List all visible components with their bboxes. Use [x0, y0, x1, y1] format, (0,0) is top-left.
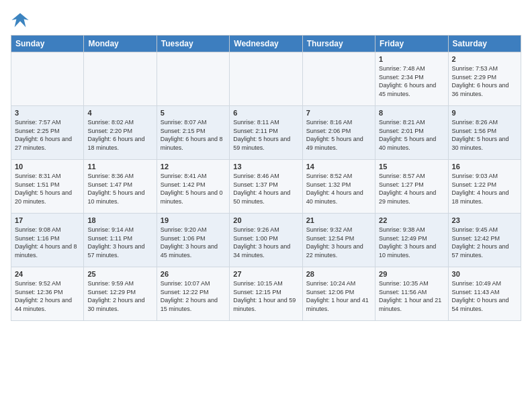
- day-info: Sunrise: 9:38 AM Sunset: 12:49 PM Daylig…: [379, 226, 444, 259]
- day-info: Sunrise: 7:53 AM Sunset: 2:29 PM Dayligh…: [452, 64, 517, 98]
- day-number: 21: [306, 216, 371, 224]
- day-number: 4: [87, 109, 152, 117]
- day-number: 19: [161, 216, 226, 224]
- day-number: 12: [161, 163, 226, 171]
- weekday-header: Monday: [84, 36, 157, 52]
- day-info: Sunrise: 9:26 AM Sunset: 1:00 PM Dayligh…: [233, 226, 298, 259]
- day-number: 25: [87, 270, 152, 278]
- calendar-cell: 18Sunrise: 9:14 AM Sunset: 1:11 PM Dayli…: [84, 214, 157, 267]
- calendar-cell: 6Sunrise: 8:11 AM Sunset: 2:11 PM Daylig…: [230, 106, 302, 160]
- calendar-cell: [157, 52, 229, 106]
- day-number: 22: [379, 216, 444, 224]
- calendar-cell: 26Sunrise: 10:07 AM Sunset: 12:22 PM Day…: [157, 267, 229, 321]
- calendar-cell: 29Sunrise: 10:35 AM Sunset: 11:56 AM Day…: [375, 267, 448, 321]
- day-number: 30: [452, 270, 517, 278]
- day-number: 20: [233, 216, 298, 224]
- day-info: Sunrise: 8:41 AM Sunset: 1:42 PM Dayligh…: [161, 172, 226, 205]
- day-number: 14: [306, 163, 371, 171]
- day-number: 29: [379, 270, 444, 278]
- day-number: 10: [15, 163, 80, 171]
- calendar-cell: 14Sunrise: 8:52 AM Sunset: 1:32 PM Dayli…: [302, 160, 375, 214]
- calendar-cell: 2Sunrise: 7:53 AM Sunset: 2:29 PM Daylig…: [448, 52, 521, 106]
- day-info: Sunrise: 8:52 AM Sunset: 1:32 PM Dayligh…: [306, 172, 371, 205]
- day-number: 18: [87, 216, 152, 224]
- day-info: Sunrise: 9:08 AM Sunset: 1:16 PM Dayligh…: [15, 226, 80, 259]
- svg-marker-0: [11, 13, 28, 28]
- day-number: 13: [233, 163, 298, 171]
- day-info: Sunrise: 10:49 AM Sunset: 11:43 AM Dayli…: [452, 279, 517, 313]
- calendar-cell: 5Sunrise: 8:07 AM Sunset: 2:15 PM Daylig…: [157, 106, 229, 160]
- day-number: 15: [379, 163, 444, 171]
- weekday-header: Thursday: [302, 36, 375, 52]
- day-number: 11: [87, 163, 152, 171]
- day-info: Sunrise: 9:14 AM Sunset: 1:11 PM Dayligh…: [87, 226, 152, 259]
- day-number: 23: [452, 216, 517, 224]
- calendar-cell: 21Sunrise: 9:32 AM Sunset: 12:54 PM Dayl…: [302, 214, 375, 267]
- calendar-cell: [302, 52, 375, 106]
- calendar-table: SundayMondayTuesdayWednesdayThursdayFrid…: [11, 35, 521, 321]
- day-info: Sunrise: 9:03 AM Sunset: 1:22 PM Dayligh…: [452, 172, 517, 205]
- day-info: Sunrise: 8:16 AM Sunset: 2:06 PM Dayligh…: [306, 118, 371, 152]
- calendar-cell: 23Sunrise: 9:45 AM Sunset: 12:42 PM Dayl…: [448, 214, 521, 267]
- day-info: Sunrise: 9:52 AM Sunset: 12:36 PM Daylig…: [15, 279, 80, 313]
- calendar-cell: 22Sunrise: 9:38 AM Sunset: 12:49 PM Dayl…: [375, 214, 448, 267]
- calendar-cell: 1Sunrise: 7:48 AM Sunset: 2:34 PM Daylig…: [375, 52, 448, 106]
- calendar-cell: 25Sunrise: 9:59 AM Sunset: 12:29 PM Dayl…: [84, 267, 157, 321]
- day-info: Sunrise: 10:24 AM Sunset: 12:06 PM Dayli…: [306, 279, 371, 313]
- calendar-cell: 20Sunrise: 9:26 AM Sunset: 1:00 PM Dayli…: [230, 214, 302, 267]
- calendar-cell: 12Sunrise: 8:41 AM Sunset: 1:42 PM Dayli…: [157, 160, 229, 214]
- calendar-cell: 16Sunrise: 9:03 AM Sunset: 1:22 PM Dayli…: [448, 160, 521, 214]
- day-number: 16: [452, 163, 517, 171]
- weekday-header: Saturday: [448, 36, 521, 52]
- day-info: Sunrise: 8:07 AM Sunset: 2:15 PM Dayligh…: [161, 118, 226, 152]
- calendar-cell: [230, 52, 302, 106]
- day-info: Sunrise: 9:45 AM Sunset: 12:42 PM Daylig…: [452, 226, 517, 259]
- day-info: Sunrise: 10:07 AM Sunset: 12:22 PM Dayli…: [161, 279, 226, 313]
- day-info: Sunrise: 8:02 AM Sunset: 2:20 PM Dayligh…: [87, 118, 152, 152]
- day-info: Sunrise: 7:48 AM Sunset: 2:34 PM Dayligh…: [379, 64, 444, 98]
- day-number: 9: [452, 109, 517, 117]
- calendar-cell: 7Sunrise: 8:16 AM Sunset: 2:06 PM Daylig…: [302, 106, 375, 160]
- day-info: Sunrise: 8:11 AM Sunset: 2:11 PM Dayligh…: [233, 118, 298, 152]
- weekday-header: Sunday: [11, 36, 84, 52]
- calendar-cell: 11Sunrise: 8:36 AM Sunset: 1:47 PM Dayli…: [84, 160, 157, 214]
- day-number: 5: [161, 109, 226, 117]
- calendar-cell: 24Sunrise: 9:52 AM Sunset: 12:36 PM Dayl…: [11, 267, 84, 321]
- day-info: Sunrise: 8:46 AM Sunset: 1:37 PM Dayligh…: [233, 172, 298, 205]
- day-info: Sunrise: 8:36 AM Sunset: 1:47 PM Dayligh…: [87, 172, 152, 205]
- day-info: Sunrise: 8:21 AM Sunset: 2:01 PM Dayligh…: [379, 118, 444, 152]
- day-number: 7: [306, 109, 371, 117]
- day-info: Sunrise: 8:26 AM Sunset: 1:56 PM Dayligh…: [452, 118, 517, 152]
- day-info: Sunrise: 10:35 AM Sunset: 11:56 AM Dayli…: [379, 279, 444, 313]
- day-number: 6: [233, 109, 298, 117]
- day-number: 28: [306, 270, 371, 278]
- day-number: 3: [15, 109, 80, 117]
- calendar-cell: 27Sunrise: 10:15 AM Sunset: 12:15 PM Day…: [230, 267, 302, 321]
- calendar-cell: 3Sunrise: 7:57 AM Sunset: 2:25 PM Daylig…: [11, 106, 84, 160]
- weekday-header: Friday: [375, 36, 448, 52]
- calendar-cell: [84, 52, 157, 106]
- day-info: Sunrise: 10:15 AM Sunset: 12:15 PM Dayli…: [233, 279, 298, 313]
- calendar-cell: 10Sunrise: 8:31 AM Sunset: 1:51 PM Dayli…: [11, 160, 84, 214]
- day-number: 27: [233, 270, 298, 278]
- calendar-cell: 4Sunrise: 8:02 AM Sunset: 2:20 PM Daylig…: [84, 106, 157, 160]
- day-number: 1: [379, 55, 444, 63]
- day-info: Sunrise: 7:57 AM Sunset: 2:25 PM Dayligh…: [15, 118, 80, 152]
- day-number: 24: [15, 270, 80, 278]
- day-number: 17: [15, 216, 80, 224]
- weekday-header: Wednesday: [230, 36, 302, 52]
- calendar-cell: 17Sunrise: 9:08 AM Sunset: 1:16 PM Dayli…: [11, 214, 84, 267]
- calendar-cell: 30Sunrise: 10:49 AM Sunset: 11:43 AM Day…: [448, 267, 521, 321]
- calendar-cell: [11, 52, 84, 106]
- calendar-cell: 19Sunrise: 9:20 AM Sunset: 1:06 PM Dayli…: [157, 214, 229, 267]
- day-info: Sunrise: 9:20 AM Sunset: 1:06 PM Dayligh…: [161, 226, 226, 259]
- calendar-cell: 15Sunrise: 8:57 AM Sunset: 1:27 PM Dayli…: [375, 160, 448, 214]
- calendar-cell: 9Sunrise: 8:26 AM Sunset: 1:56 PM Daylig…: [448, 106, 521, 160]
- calendar-cell: 8Sunrise: 8:21 AM Sunset: 2:01 PM Daylig…: [375, 106, 448, 160]
- logo-icon: [11, 11, 30, 30]
- day-info: Sunrise: 8:57 AM Sunset: 1:27 PM Dayligh…: [379, 172, 444, 205]
- calendar-cell: 28Sunrise: 10:24 AM Sunset: 12:06 PM Day…: [302, 267, 375, 321]
- day-number: 26: [161, 270, 226, 278]
- calendar-cell: 13Sunrise: 8:46 AM Sunset: 1:37 PM Dayli…: [230, 160, 302, 214]
- day-info: Sunrise: 9:32 AM Sunset: 12:54 PM Daylig…: [306, 226, 371, 259]
